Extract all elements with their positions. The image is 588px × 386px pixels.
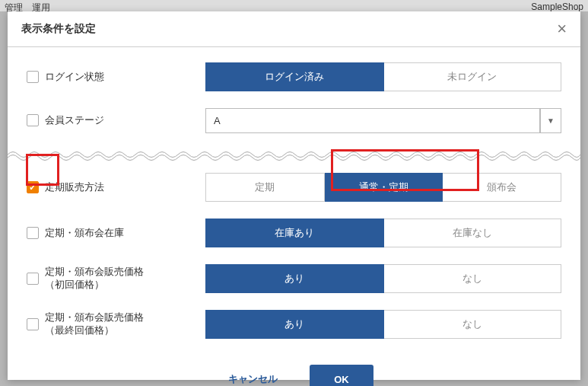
seg-last-price-no[interactable]: なし: [384, 310, 562, 339]
checkbox-member-stage[interactable]: [27, 114, 39, 126]
label-first-price: 定期・頒布会販売価格 （初回価格）: [45, 266, 144, 292]
select-member-stage[interactable]: A ▼: [205, 108, 561, 133]
segment-sales-method: 定期 通常・定期 頒布会: [205, 173, 561, 202]
checkbox-last-price[interactable]: [27, 318, 39, 330]
seg-first-price-yes[interactable]: あり: [205, 264, 384, 293]
row-stock: 定期・頒布会在庫 在庫あり 在庫なし: [27, 219, 561, 247]
close-icon[interactable]: ×: [557, 21, 567, 37]
select-member-stage-value: A: [205, 108, 540, 133]
torn-separator: [8, 150, 580, 164]
row-sales-method: 定期販売方法 定期 通常・定期 頒布会: [27, 173, 561, 202]
seg-stock-yes[interactable]: 在庫あり: [205, 219, 384, 247]
seg-hanpukai[interactable]: 頒布会: [443, 173, 561, 202]
background-bar: 管理 運用 SampleShop: [0, 0, 588, 11]
seg-logged-in[interactable]: ログイン済み: [205, 62, 384, 91]
segment-first-price: あり なし: [205, 264, 561, 293]
checkbox-stock[interactable]: [27, 227, 39, 239]
label-last-price: 定期・頒布会販売価格 （最終回価格）: [45, 311, 144, 337]
seg-tsuujo-teiki[interactable]: 通常・定期: [325, 173, 443, 202]
seg-not-logged-in[interactable]: 未ログイン: [384, 62, 562, 91]
modal-footer: キャンセル OK: [8, 354, 580, 386]
seg-stock-no[interactable]: 在庫なし: [384, 219, 562, 247]
label-member-stage: 会員ステージ: [45, 114, 104, 127]
label-stock: 定期・頒布会在庫: [45, 227, 124, 240]
row-login-state: ログイン状態 ログイン済み 未ログイン: [27, 62, 561, 91]
checkbox-login-state[interactable]: [27, 71, 39, 83]
row-member-stage: 会員ステージ A ▼: [27, 108, 561, 133]
label-sales-method: 定期販売方法: [45, 181, 104, 194]
seg-last-price-yes[interactable]: あり: [205, 310, 384, 339]
segment-stock: 在庫あり 在庫なし: [205, 219, 561, 247]
ok-button[interactable]: OK: [310, 365, 373, 386]
segment-last-price: あり なし: [205, 310, 561, 339]
row-first-price: 定期・頒布会販売価格 （初回価格） あり なし: [27, 264, 561, 293]
settings-modal: 表示条件を設定 × ログイン状態 ログイン済み 未ログイン 会員ステージ: [8, 11, 580, 380]
modal-body: ログイン状態 ログイン済み 未ログイン 会員ステージ A ▼: [8, 47, 580, 339]
cancel-button[interactable]: キャンセル: [215, 365, 291, 386]
seg-first-price-no[interactable]: なし: [384, 264, 562, 293]
seg-teiki[interactable]: 定期: [205, 173, 325, 202]
row-last-price: 定期・頒布会販売価格 （最終回価格） あり なし: [27, 310, 561, 339]
checkbox-sales-method[interactable]: [27, 181, 39, 193]
bg-right: SampleShop: [531, 2, 583, 10]
checkbox-first-price[interactable]: [27, 273, 39, 285]
segment-login-state: ログイン済み 未ログイン: [205, 62, 561, 91]
chevron-down-icon: ▼: [540, 108, 561, 133]
modal-header: 表示条件を設定 ×: [8, 11, 580, 47]
bg-left: 管理 運用: [5, 2, 50, 10]
label-login-state: ログイン状態: [45, 71, 104, 84]
modal-title: 表示条件を設定: [21, 22, 96, 36]
